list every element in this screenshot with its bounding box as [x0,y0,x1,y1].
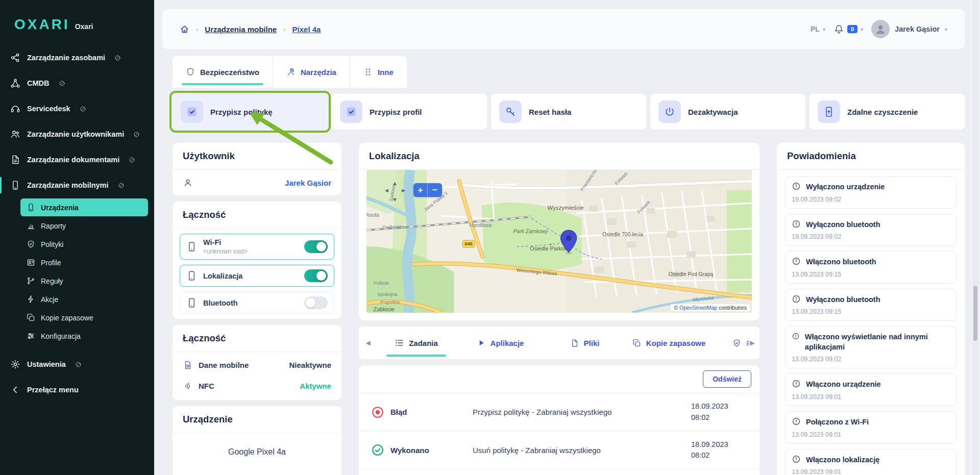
notification-item[interactable]: Połączono z Wi-Fi 13.09.2023 09:01 [785,411,957,444]
remote-wipe-button[interactable]: Zdalne czyszczenie [810,94,965,130]
tab-narzedzia[interactable]: Narzędzia [273,56,350,88]
deactivate-button[interactable]: Dezaktywacja [650,94,805,130]
wifi-label: Wi-Fi [203,238,298,246]
subnav-label: Kopie zapasowe [41,314,93,322]
app-logo[interactable]: OXARI Oxari [0,12,154,45]
breadcrumb-link-devices[interactable]: Urządzenia mobilne [205,25,277,34]
module-badge-icon [118,182,125,189]
notification-alert-icon [792,219,801,229]
sidebar-item-servicedesk[interactable]: Servicedesk [0,96,154,121]
location-card-header: Lokalizacja [359,143,760,170]
tab-pliki[interactable]: Pliki [543,327,627,359]
map-label: Handlowa [470,222,492,228]
files-icon [570,339,579,347]
scrollbar-thumb[interactable] [973,286,977,341]
sidebar-item-zarzadzanie-zasobami[interactable]: Zarządzanie zasobami [0,45,154,70]
notifications-header: Powiadomienia [777,143,965,170]
map-label: Garbarska [382,224,405,230]
notification-item[interactable]: Wyłączono urządzenie 19.09.2023 09:02 [785,176,957,209]
actions-icon [27,295,35,304]
sidebar-item-kopie-zapasowe[interactable]: Kopie zapasowe [20,309,148,327]
sidebar-item-raporty[interactable]: Raporty [20,217,148,235]
task-row[interactable]: Wykonano Usuń politykę - Zabraniaj wszys… [359,431,760,469]
sidebar-item-profile[interactable]: Profile [20,254,148,271]
breadcrumb-link-device[interactable]: Pixel 4a [292,25,321,34]
task-row[interactable]: Wykonano Przypisz politykę - Zabraniaj w… [359,469,760,475]
page-scrollbar[interactable] [973,0,978,475]
home-icon[interactable] [180,24,189,34]
user-link[interactable]: Jarek Gąsior [285,179,331,187]
tab-aplikacje[interactable]: Aplikacje [458,327,543,359]
app-root: OXARI Oxari Zarządzanie zasobami CMDB Se… [0,0,980,475]
backups-icon [632,339,641,347]
nfc-row: NFC Aktywne [173,376,341,400]
sidebar-item-zarzadzanie-uzytkownikami[interactable]: Zarządzanie użytkownikami [0,121,154,147]
user-card-header: Użytkownik [173,143,341,170]
notification-time: 13.09.2023 09:02 [792,356,950,363]
sidebar-item-ustawienia[interactable]: Ustawienia [0,352,154,377]
refresh-button[interactable]: Odśwież [703,370,751,388]
zoom-out-button[interactable]: − [428,183,442,197]
user-menu[interactable]: Jarek Gąsior ▾ [871,20,947,38]
bluetooth-toggle[interactable] [304,296,328,309]
notifications-bell[interactable]: 0 ▾ [834,24,863,35]
task-status: Wykonano [371,443,465,457]
notification-item[interactable]: Włączono wyświetlanie nad innymi aplikac… [785,326,957,368]
connectivity-card: Łączność Wi-Fi <unknown ssid> Lokali [173,202,341,319]
sidebar-item-zarzadzanie-dokumentami[interactable]: Zarządzanie dokumentami [0,147,154,172]
tab-label: Pliki [584,339,600,347]
notification-item[interactable]: Włączono bluetooth 13.09.2023 09:15 [785,251,957,284]
action-label: Reset hasła [529,108,571,116]
tab-inne[interactable]: Inne [350,56,407,88]
tab-zadania[interactable]: Zadania [374,327,458,359]
policies-shield-icon [732,339,741,347]
tabs-scroll-right-icon[interactable]: ▶ [745,327,760,359]
logo-text: OXARI [14,16,70,33]
zoom-in-button[interactable]: + [413,183,428,197]
tab-bezpieczenstwo[interactable]: Bezpieczeństwo [173,56,273,88]
tab-label: Bezpieczeństwo [200,68,259,77]
pan-down-icon[interactable]: ▼ [392,196,398,203]
sidebar-item-akcje[interactable]: Akcje [20,290,148,308]
subnav-label: Akcje [41,295,58,304]
tab-kopie-zapasowe[interactable]: Kopie zapasowe [627,327,711,359]
assign-policy-button[interactable]: Przypisz politykę [173,94,328,130]
sidebar-item-reguly[interactable]: Reguły [20,272,148,290]
notification-item[interactable]: Włączono urządzenie 13.09.2023 09:01 [785,373,957,406]
notification-item[interactable]: Wyłączono bluetooth 19.09.2023 09:02 [785,214,957,246]
pan-left-icon[interactable]: ◄ [384,187,389,193]
notification-item[interactable]: Włączono lokalizację 13.09.2023 09:01 [785,449,957,475]
tabs-scroll-left-icon[interactable]: ◀ [362,339,374,346]
subnav-label: Profile [41,259,61,267]
grid-dots-icon [363,67,373,77]
sidebar-toggle-menu[interactable]: Przełącz menu [0,377,154,403]
notification-alert-icon [792,182,801,191]
cmdb-icon [10,78,20,88]
assign-profile-button[interactable]: Przypisz profil [332,94,487,130]
sidebar-item-zarzadzanie-mobilnymi[interactable]: Zarządzanie mobilnymi [0,172,154,198]
osm-link[interactable]: OpenStreetMap [679,305,717,311]
notification-time: 13.09.2023 09:01 [792,431,950,438]
sidebar-item-konfiguracja[interactable]: Konfiguracja [20,327,148,345]
map[interactable]: 945 Wyszymieście Park Zamkowy Osiedle Pa… [366,170,752,313]
location-toggle[interactable] [304,269,328,282]
sidebar-item-polityki[interactable]: Polityki [20,235,148,253]
mobile-data-label: Dane mobilne [199,361,283,369]
wifi-toggle[interactable] [304,240,328,253]
pan-right-icon[interactable]: ► [401,187,406,193]
sidebar-item-urzadzenia[interactable]: Urządzenia [20,198,148,216]
notification-count-badge: 0 [847,25,857,33]
language-selector[interactable]: PL ▾ [811,25,825,33]
breadcrumb-separator-icon: › [196,26,198,33]
sidebar-item-cmdb[interactable]: CMDB [0,70,154,96]
task-row[interactable]: Błąd Przypisz politykę - Zabraniaj wszys… [359,393,760,431]
reset-password-button[interactable]: Reset hasła [491,94,646,130]
detail-tabs: ◀ Zadania Aplikacje Pliki [359,327,760,359]
assign-policy-chip [181,101,203,123]
notification-item[interactable]: Wyłączono bluetooth 13.09.2023 09:15 [785,289,957,321]
documents-icon [10,155,20,165]
notification-alert-icon [792,332,800,341]
pan-up-icon[interactable]: ▲ [392,180,398,186]
toggle-knob [306,298,315,308]
sidebar-item-label: Zarządzanie dokumentami [27,156,119,164]
